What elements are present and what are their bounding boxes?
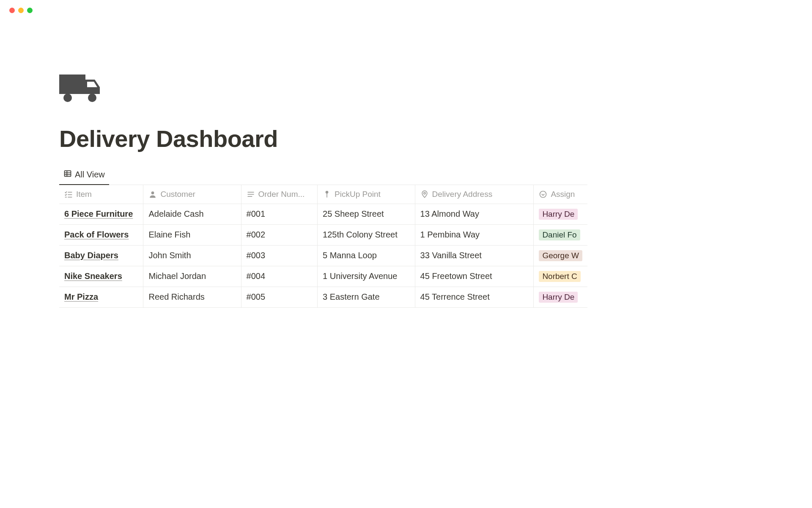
page-title: Delivery Dashboard <box>59 125 587 152</box>
cell-pickup[interactable]: 3 Eastern Gate <box>318 287 415 307</box>
window-controls <box>0 0 587 13</box>
table-icon <box>63 169 72 180</box>
svg-point-16 <box>326 190 329 193</box>
column-header-item[interactable]: Item <box>59 185 143 204</box>
cell-assign[interactable]: Harry De <box>534 287 587 307</box>
window-close-button[interactable] <box>9 8 15 13</box>
table-row[interactable]: 6 Piece FurnitureAdelaide Cash#00125 She… <box>59 204 587 224</box>
svg-rect-4 <box>65 171 71 176</box>
cell-assign[interactable]: Daniel Fo <box>534 224 587 245</box>
column-label: Delivery Address <box>432 190 493 199</box>
column-header-customer[interactable]: Customer <box>143 185 241 204</box>
person-icon <box>148 190 157 199</box>
cell-delivery[interactable]: 45 Terrence Street <box>415 287 534 307</box>
column-header-assign[interactable]: Assign <box>534 185 587 204</box>
cell-customer[interactable]: Reed Richards <box>143 287 241 307</box>
column-label: PickUp Point <box>335 190 381 199</box>
window-maximize-button[interactable] <box>27 8 33 13</box>
table-row[interactable]: Nike SneakersMichael Jordan#0041 Univers… <box>59 266 587 287</box>
column-header-order-number[interactable]: Order Num... <box>241 185 318 204</box>
cell-delivery[interactable]: 1 Pembina Way <box>415 224 534 245</box>
assign-tag[interactable]: Harry De <box>539 209 578 220</box>
table-header-row: Item Customer <box>59 185 587 204</box>
column-label: Item <box>76 190 92 199</box>
cell-order-number[interactable]: #003 <box>241 245 318 266</box>
column-label: Order Num... <box>258 190 305 199</box>
svg-rect-0 <box>59 75 85 94</box>
window-minimize-button[interactable] <box>18 8 24 13</box>
assign-tag[interactable]: Harry De <box>539 292 578 303</box>
svg-point-2 <box>63 94 72 102</box>
column-header-pickup[interactable]: PickUp Point <box>318 185 415 204</box>
svg-point-18 <box>423 192 425 194</box>
cell-pickup[interactable]: 125th Colony Street <box>318 224 415 245</box>
table-row[interactable]: Baby DiapersJohn Smith#0035 Manna Loop33… <box>59 245 587 266</box>
select-icon <box>539 190 547 199</box>
cell-delivery[interactable]: 13 Almond Way <box>415 204 534 224</box>
svg-point-19 <box>540 191 546 197</box>
cell-delivery[interactable]: 45 Freetown Street <box>415 266 534 287</box>
assign-tag[interactable]: Daniel Fo <box>539 229 580 240</box>
cell-customer[interactable]: Michael Jordan <box>143 266 241 287</box>
cell-order-number[interactable]: #001 <box>241 204 318 224</box>
truck-icon[interactable] <box>59 75 587 108</box>
deliveries-table: Item Customer <box>59 185 587 308</box>
column-header-delivery[interactable]: Delivery Address <box>415 185 534 204</box>
cell-pickup[interactable]: 25 Sheep Street <box>318 204 415 224</box>
cell-order-number[interactable]: #005 <box>241 287 318 307</box>
tab-all-view[interactable]: All View <box>59 166 109 185</box>
cell-delivery[interactable]: 33 Vanilla Street <box>415 245 534 266</box>
item-link[interactable]: 6 Piece Furniture <box>64 209 133 218</box>
cell-customer[interactable]: Adelaide Cash <box>143 204 241 224</box>
svg-rect-17 <box>326 193 327 197</box>
cell-order-number[interactable]: #004 <box>241 266 318 287</box>
cell-pickup[interactable]: 1 University Avenue <box>318 266 415 287</box>
cell-assign[interactable]: Harry De <box>534 204 587 224</box>
svg-point-3 <box>88 94 96 102</box>
checklist-icon <box>64 190 73 199</box>
item-link[interactable]: Pack of Flowers <box>64 230 129 239</box>
tab-label: All View <box>75 170 105 179</box>
cell-assign[interactable]: George W <box>534 245 587 266</box>
cell-customer[interactable]: John Smith <box>143 245 241 266</box>
column-label: Assign <box>551 190 575 199</box>
item-link[interactable]: Mr Pizza <box>64 292 98 301</box>
column-label: Customer <box>160 190 195 199</box>
view-tabs: All View <box>59 166 587 185</box>
cell-customer[interactable]: Elaine Fish <box>143 224 241 245</box>
item-link[interactable]: Baby Diapers <box>64 251 118 260</box>
table-row[interactable]: Pack of FlowersElaine Fish#002125th Colo… <box>59 224 587 245</box>
assign-tag[interactable]: George W <box>539 250 582 261</box>
item-link[interactable]: Nike Sneakers <box>64 271 122 281</box>
pin-icon <box>323 190 331 199</box>
table-row[interactable]: Mr PizzaReed Richards#0053 Eastern Gate4… <box>59 287 587 307</box>
assign-tag[interactable]: Norbert C <box>539 271 580 282</box>
svg-point-12 <box>151 191 154 194</box>
map-pin-icon <box>420 190 429 199</box>
cell-order-number[interactable]: #002 <box>241 224 318 245</box>
cell-assign[interactable]: Norbert C <box>534 266 587 287</box>
text-lines-icon <box>247 190 255 199</box>
cell-pickup[interactable]: 5 Manna Loop <box>318 245 415 266</box>
